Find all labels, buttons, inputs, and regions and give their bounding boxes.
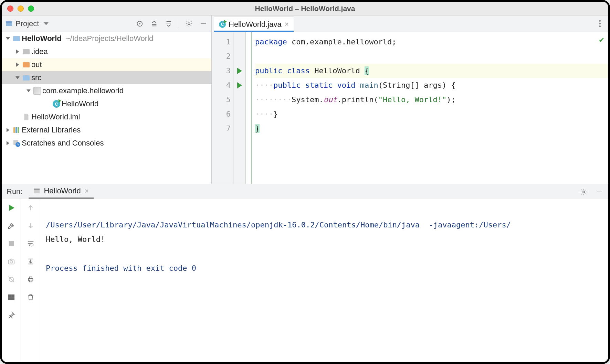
tree-item-label: Scratches and Consoles (22, 139, 104, 148)
project-view-label: Project (15, 19, 39, 28)
tree-item-out[interactable]: out (2, 58, 211, 71)
expand-toggle[interactable] (25, 87, 32, 94)
stop-button[interactable] (6, 238, 17, 249)
svg-rect-26 (29, 277, 32, 279)
expand-toggle[interactable] (14, 74, 21, 81)
print-button[interactable] (25, 274, 36, 285)
soft-wrap-icon (27, 240, 34, 247)
expand-toggle[interactable] (4, 140, 11, 147)
gear-icon (185, 20, 193, 28)
code-area[interactable]: ✔ package com.example.helloworld; public… (252, 32, 608, 184)
expand-toggle[interactable] (4, 35, 11, 42)
code-token: package (255, 38, 287, 46)
scroll-down-button[interactable] (25, 221, 36, 231)
pin-tab-button[interactable] (6, 310, 17, 320)
tree-item-package[interactable]: com.example.helloworld (2, 84, 211, 97)
file-icon (22, 113, 30, 121)
close-window-button[interactable] (7, 6, 13, 12)
code-token: class (287, 66, 310, 75)
console-output[interactable]: /Users/User/Library/Java/JavaVirtualMach… (40, 199, 608, 362)
line-number: 5 (212, 93, 231, 107)
run-main-gutter-button[interactable] (234, 78, 245, 93)
expand-toggle[interactable] (14, 48, 21, 55)
tree-item-class[interactable]: C HelloWorld (2, 97, 211, 110)
line-number: 1 (212, 35, 231, 49)
line-number: 6 (212, 107, 231, 121)
chevron-down-icon (44, 22, 49, 25)
tree-item-idea[interactable]: .idea (2, 45, 211, 58)
editor-body[interactable]: 1 2 3 4 5 6 7 ✔ package com.exa (212, 32, 608, 184)
no-problems-icon[interactable]: ✔ (599, 35, 604, 44)
editor-tab-helloworld[interactable]: C HelloWorld.java ✕ (214, 17, 294, 32)
hide-run-window-button[interactable] (595, 188, 604, 196)
line-number-gutter: 1 2 3 4 5 6 7 (212, 32, 234, 184)
select-opened-file-button[interactable] (135, 19, 144, 28)
tree-root[interactable]: HelloWorld ~/IdeaProjects/HelloWorld (2, 32, 211, 45)
editor-tabs-more-button[interactable] (596, 20, 603, 27)
project-view-selector[interactable]: Project (5, 19, 49, 28)
run-title: Run: (7, 187, 22, 196)
console-line: Hello, World! (46, 235, 105, 244)
layout-button[interactable] (6, 292, 17, 302)
titlebar: HelloWorld – HelloWorld.java (2, 2, 608, 15)
dump-threads-button[interactable] (6, 256, 17, 267)
play-icon (237, 68, 242, 74)
svg-marker-17 (9, 205, 14, 211)
code-token: System. (292, 95, 324, 104)
scroll-to-end-button[interactable] (25, 256, 36, 267)
line-number: 4 (212, 78, 231, 93)
tree-item-label: External Libraries (22, 126, 81, 135)
svg-rect-7 (23, 62, 30, 67)
svg-point-4 (188, 23, 190, 25)
camera-icon (8, 258, 15, 265)
svg-rect-1 (6, 21, 12, 23)
tree-item-external-libraries[interactable]: External Libraries (2, 124, 211, 137)
ide-window: HelloWorld – HelloWorld.java Project (0, 0, 610, 364)
tree-item-scratches[interactable]: Scratches and Consoles (2, 137, 211, 150)
run-config-tab[interactable]: HelloWorld ✕ (29, 184, 93, 199)
expand-all-button[interactable] (150, 19, 159, 28)
close-run-tab-button[interactable]: ✕ (84, 188, 89, 194)
svg-rect-22 (8, 295, 11, 297)
runnable-badge-icon (59, 99, 61, 103)
tree-root-name: HelloWorld (22, 34, 62, 43)
fold-gutter[interactable] (245, 32, 252, 184)
code-token: { (365, 66, 369, 75)
run-settings-button[interactable] (579, 188, 588, 196)
svg-rect-9 (13, 127, 15, 133)
pin-icon (8, 311, 15, 319)
code-token: public (273, 81, 301, 89)
application-icon (33, 188, 40, 194)
soft-wrap-button[interactable] (25, 238, 36, 249)
line-number: 2 (212, 49, 231, 64)
gear-icon (580, 188, 588, 196)
run-console-toolbar (21, 199, 40, 362)
trash-icon (27, 293, 34, 301)
minimize-window-button[interactable] (18, 6, 24, 12)
tree-item-iml[interactable]: HelloWorld.iml (2, 110, 211, 124)
project-tree[interactable]: HelloWorld ~/IdeaProjects/HelloWorld .id… (2, 32, 211, 184)
rerun-button[interactable] (6, 203, 17, 213)
tree-item-src[interactable]: src (2, 71, 211, 84)
scroll-up-button[interactable] (25, 203, 36, 213)
expand-toggle[interactable] (14, 61, 21, 68)
layout-icon (8, 293, 15, 301)
svg-point-20 (10, 260, 12, 263)
run-class-gutter-button[interactable] (234, 64, 245, 78)
code-token: } (273, 110, 278, 118)
hide-tool-window-button[interactable] (199, 19, 208, 28)
collapse-all-button[interactable] (164, 19, 173, 28)
code-token: "Hello, World!" (378, 95, 447, 104)
close-tab-button[interactable]: ✕ (284, 21, 289, 28)
zoom-window-button[interactable] (28, 6, 34, 12)
exit-button[interactable] (6, 274, 17, 285)
line-number: 7 (212, 121, 231, 136)
project-settings-button[interactable] (185, 19, 193, 28)
module-icon (13, 35, 20, 42)
run-tool-window: Run: HelloWorld ✕ (2, 184, 608, 362)
clear-all-button[interactable] (25, 292, 36, 302)
svg-point-16 (583, 191, 585, 193)
edit-config-button[interactable] (6, 221, 17, 231)
svg-rect-8 (23, 75, 30, 81)
expand-toggle[interactable] (4, 127, 11, 133)
